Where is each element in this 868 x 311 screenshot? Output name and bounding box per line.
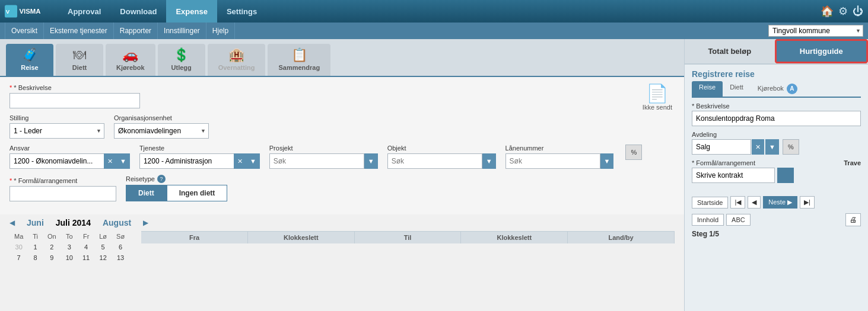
lanenummer-arrow-btn[interactable]: ▼: [600, 153, 614, 169]
mini-tab-kjorebok[interactable]: Kjørebok A: [751, 81, 805, 97]
tab-diett[interactable]: 🍽 Diett: [56, 44, 103, 76]
tjeneste-clear-btn[interactable]: ✕: [234, 153, 246, 169]
neste-btn[interactable]: Neste ▶: [763, 196, 797, 209]
startside-btn[interactable]: Startside: [692, 197, 728, 209]
not-sent-area: 📄 Ikke sendt: [643, 83, 672, 111]
stilling-select[interactable]: 1 - Leder: [9, 123, 104, 139]
lanenummer-group: Lånenummer ▼: [505, 145, 614, 169]
formal-group: * Formål/arrangement: [9, 177, 116, 201]
beskrivelse-label: * Beskrivelse: [9, 84, 140, 91]
stilling-group: Stilling 1 - Leder: [9, 114, 104, 139]
innhold-btn[interactable]: Innhold: [692, 214, 724, 226]
cal-day[interactable]: 6: [112, 242, 129, 252]
right-travel-label: Trave: [844, 159, 861, 168]
cal-day[interactable]: 1: [28, 242, 43, 252]
beskrivelse-input[interactable]: [9, 93, 140, 108]
diett-btn[interactable]: Diett: [126, 185, 167, 201]
prev-arrow[interactable]: ◀: [9, 219, 15, 227]
cal-day[interactable]: 11: [78, 252, 94, 263]
next-arrow[interactable]: ▶: [143, 219, 148, 227]
mini-tab-diett[interactable]: Diett: [723, 81, 751, 97]
next-month[interactable]: August: [103, 218, 131, 227]
cal-day[interactable]: 30: [9, 242, 28, 252]
right-panel: Totalt beløp Hurtigguide Registrere reis…: [684, 39, 868, 311]
tab-utlegg[interactable]: 💲 Utlegg: [158, 44, 205, 76]
right-avdeling-percent-btn[interactable]: %: [783, 139, 799, 155]
cal-day[interactable]: 8: [28, 252, 43, 263]
gear-icon[interactable]: ⚙: [838, 5, 848, 18]
col-til: Til: [355, 232, 462, 243]
ansvar-row: Ansvar ✕ ▼ Tjeneste ✕ ▼ Pr: [9, 145, 675, 169]
org-select[interactable]: Økonomiavdelingen: [114, 123, 209, 139]
left-panel: 🧳 Reise 🍽 Diett 🚗 Kjørebok 💲 Utlegg 🏨 Ov…: [0, 39, 684, 311]
prev-month[interactable]: Juni: [27, 218, 44, 227]
abc-btn[interactable]: ABC: [726, 214, 751, 226]
right-beskrivelse-label: * Beskrivelse: [692, 102, 861, 110]
ansvar-arrow-btn[interactable]: ▼: [116, 153, 130, 169]
objekt-input[interactable]: [387, 153, 482, 169]
print-btn[interactable]: 🖨: [845, 213, 861, 226]
right-avdeling-arrow-btn[interactable]: ▼: [765, 139, 779, 155]
cal-day[interactable]: 4: [78, 242, 94, 252]
objekt-arrow-btn[interactable]: ▼: [482, 153, 496, 169]
cal-day[interactable]: 7: [9, 252, 28, 263]
right-formal-input[interactable]: [692, 168, 775, 183]
hurtigguide-btn[interactable]: Hurtigguide: [775, 39, 869, 63]
nav-first-btn[interactable]: |◀: [730, 196, 745, 209]
tab-bar: 🧳 Reise 🍽 Diett 🚗 Kjørebok 💲 Utlegg 🏨 Ov…: [0, 39, 684, 77]
sammendrag-icon: 📋: [291, 47, 307, 63]
nav-last-btn[interactable]: ▶|: [800, 196, 815, 209]
cal-day[interactable]: 12: [94, 252, 112, 263]
cal-day[interactable]: 13: [112, 252, 129, 263]
right-avdeling-clear-btn[interactable]: ✕: [752, 139, 764, 155]
prosjekt-arrow-btn[interactable]: ▼: [364, 153, 378, 169]
power-icon[interactable]: ⏻: [853, 5, 863, 18]
cal-day[interactable]: 10: [61, 252, 78, 263]
nav-prev-btn[interactable]: ◀: [748, 196, 761, 209]
nav-oversikt[interactable]: Oversikt: [5, 23, 44, 39]
company-select[interactable]: Tingvoll kommune: [768, 25, 863, 37]
tjeneste-arrow-btn[interactable]: ▼: [246, 153, 260, 169]
home-icon[interactable]: 🏠: [821, 5, 834, 18]
objekt-select-group: ▼: [387, 153, 496, 169]
tab-kjorebok[interactable]: 🚗 Kjørebok: [106, 44, 155, 76]
step-label: Steg 1/5: [685, 227, 868, 243]
prosjekt-input[interactable]: [269, 153, 364, 169]
nav-btn-row-1: Startside |◀ ◀ Neste ▶ ▶|: [685, 193, 868, 212]
nav-download[interactable]: Download: [110, 0, 166, 23]
nav-rapporter[interactable]: Rapporter: [114, 23, 158, 39]
nav-external[interactable]: Eksterne tjenester: [44, 23, 114, 39]
nav-hjelp[interactable]: Hjelp: [206, 23, 235, 39]
tjeneste-input[interactable]: [139, 153, 234, 169]
tab-reise[interactable]: 🧳 Reise: [6, 44, 53, 76]
nav-settings[interactable]: Settings: [217, 0, 266, 23]
registrere-reise-title: Registrere reise: [685, 65, 868, 81]
ansvar-select-group: ✕ ▼: [9, 153, 130, 169]
formal-reisetype-row: * Formål/arrangement Reisetype ? Diett I…: [9, 175, 675, 201]
nav-innstillinger[interactable]: Innstillinger: [158, 23, 206, 39]
stilling-org-row: Stilling 1 - Leder Organisasjonsenhet Øk…: [9, 114, 675, 139]
nav-approval[interactable]: Approval: [58, 0, 110, 23]
ingen-diett-btn[interactable]: Ingen diett: [167, 185, 228, 201]
help-icon[interactable]: ?: [157, 175, 166, 183]
right-beskrivelse-input[interactable]: [692, 111, 861, 126]
cal-day[interactable]: 2: [43, 242, 61, 252]
tab-sammendrag[interactable]: 📋 Sammendrag: [268, 44, 330, 76]
cal-day[interactable]: 9: [43, 252, 61, 263]
lanenummer-input[interactable]: [505, 153, 600, 169]
reise-icon: 🧳: [22, 47, 38, 63]
right-avdeling-input[interactable]: [692, 139, 751, 155]
cal-day[interactable]: 3: [61, 242, 78, 252]
ansvar-input[interactable]: [9, 153, 104, 169]
right-form: * Beskrivelse Avdeling ✕ ▼ % * Formål/ar…: [685, 98, 868, 193]
mini-tab-reise[interactable]: Reise: [692, 81, 723, 97]
nav-expense[interactable]: Expense: [166, 0, 217, 23]
formal-input[interactable]: [9, 186, 116, 201]
prosjekt-select-group: ▼: [269, 153, 378, 169]
percent-btn[interactable]: %: [625, 145, 642, 160]
totalt-belop-btn[interactable]: Totalt beløp: [685, 39, 775, 63]
blue-block: [777, 168, 794, 183]
top-nav-right-icons: 🏠 ⚙ ⏻: [821, 5, 863, 18]
cal-day[interactable]: 5: [94, 242, 112, 252]
ansvar-clear-btn[interactable]: ✕: [104, 153, 116, 169]
